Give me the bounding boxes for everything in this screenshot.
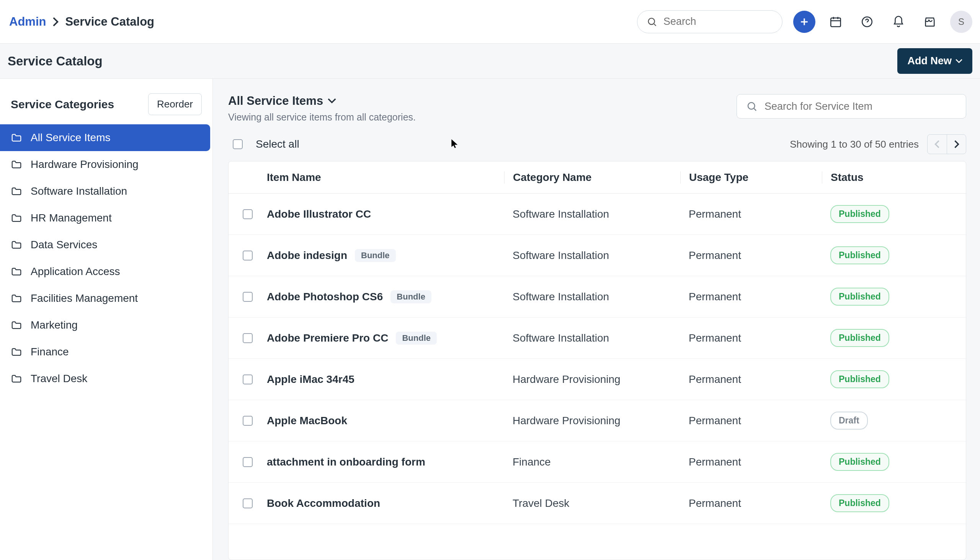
- item-name: Adobe Premiere Pro CC: [267, 332, 388, 344]
- col-header-usage[interactable]: Usage Type: [680, 172, 822, 183]
- select-all-checkbox[interactable]: [233, 139, 243, 149]
- item-name: Book Accommodation: [267, 497, 380, 510]
- item-name: Adobe Photoshop CS6: [267, 291, 383, 303]
- item-usage: Permanent: [680, 456, 822, 468]
- item-usage: Permanent: [680, 291, 822, 303]
- status-badge: Published: [830, 453, 889, 471]
- marketplace-icon[interactable]: [919, 11, 941, 33]
- status-badge: Published: [830, 288, 889, 306]
- entries-text: Showing 1 to 30 of 50 entries: [790, 138, 919, 150]
- folder-icon: [11, 319, 22, 331]
- table-row[interactable]: Adobe Photoshop CS6BundleSoftware Instal…: [229, 276, 966, 317]
- breadcrumb-admin[interactable]: Admin: [9, 15, 46, 29]
- search-icon: [746, 101, 758, 112]
- sidebar-item-label: Software Installation: [31, 185, 127, 197]
- table-header: Item Name Category Name Usage Type Statu…: [229, 162, 966, 193]
- row-checkbox[interactable]: [243, 375, 253, 385]
- sidebar-item[interactable]: Application Access: [0, 258, 212, 285]
- top-bar: Admin Service Catalog S: [0, 0, 980, 43]
- items-table: Item Name Category Name Usage Type Statu…: [228, 161, 966, 560]
- status-badge: Published: [830, 246, 889, 264]
- row-checkbox[interactable]: [243, 250, 253, 260]
- add-new-label: Add New: [907, 55, 952, 67]
- folder-icon: [11, 239, 22, 250]
- sidebar-item-label: All Service Items: [31, 132, 110, 144]
- status-badge: Published: [830, 370, 889, 388]
- user-avatar[interactable]: S: [950, 11, 972, 33]
- sidebar-item-label: Finance: [31, 346, 69, 358]
- global-search-input[interactable]: [664, 16, 773, 28]
- sidebar-heading: Service Categories: [11, 98, 114, 111]
- sidebar-item[interactable]: Software Installation: [0, 178, 212, 205]
- table-row[interactable]: Adobe Illustrator CCSoftware Installatio…: [229, 193, 966, 235]
- item-usage: Permanent: [680, 249, 822, 262]
- row-checkbox[interactable]: [243, 416, 253, 426]
- table-row[interactable]: Apple MacBookHardware ProvisioningPerman…: [229, 400, 966, 442]
- breadcrumb: Admin Service Catalog: [9, 15, 154, 29]
- folder-icon: [11, 266, 22, 277]
- svg-point-0: [649, 18, 655, 24]
- sidebar-item[interactable]: Marketing: [0, 312, 212, 338]
- svg-rect-1: [831, 18, 841, 27]
- sidebar-item[interactable]: All Service Items: [0, 124, 210, 151]
- table-row[interactable]: Adobe Premiere Pro CCBundleSoftware Inst…: [229, 317, 966, 359]
- item-category: Travel Desk: [504, 497, 680, 510]
- sidebar-item-label: Facilities Management: [31, 292, 138, 305]
- page-header: Service Catalog Add New: [0, 43, 980, 79]
- row-checkbox[interactable]: [243, 209, 253, 219]
- row-checkbox[interactable]: [243, 498, 253, 508]
- table-row[interactable]: Apple iMac 34r45Hardware ProvisioningPer…: [229, 359, 966, 400]
- breadcrumb-current: Service Catalog: [65, 15, 154, 29]
- items-filter-dropdown[interactable]: All Service Items: [228, 94, 416, 108]
- help-icon[interactable]: [856, 11, 878, 33]
- item-name: Adobe Illustrator CC: [267, 208, 371, 220]
- calendar-icon[interactable]: [824, 11, 847, 33]
- item-usage: Permanent: [680, 332, 822, 344]
- col-header-name[interactable]: Item Name: [267, 172, 504, 183]
- global-search[interactable]: [637, 10, 783, 33]
- item-category: Hardware Provisioning: [504, 373, 680, 385]
- sidebar-item[interactable]: Facilities Management: [0, 285, 212, 312]
- page-title: Service Catalog: [8, 54, 103, 68]
- item-name: Apple iMac 34r45: [267, 373, 355, 385]
- folder-icon: [11, 212, 22, 224]
- sidebar-item[interactable]: HR Management: [0, 205, 212, 232]
- select-all[interactable]: Select all: [228, 138, 299, 150]
- topbar-actions: S: [793, 11, 972, 33]
- item-category: Finance: [504, 456, 680, 468]
- item-name: attachment in onboarding form: [267, 456, 425, 468]
- sidebar-item[interactable]: Data Services: [0, 232, 212, 258]
- sidebar-item[interactable]: Hardware Provisioning: [0, 151, 212, 178]
- chevron-down-icon: [328, 98, 336, 104]
- item-category: Software Installation: [504, 249, 680, 262]
- notifications-icon[interactable]: [887, 11, 910, 33]
- folder-icon: [11, 132, 22, 143]
- reorder-button[interactable]: Reorder: [148, 93, 202, 115]
- create-button[interactable]: [793, 11, 815, 33]
- table-row[interactable]: Adobe indesignBundleSoftware Installatio…: [229, 235, 966, 276]
- col-header-status[interactable]: Status: [822, 172, 966, 183]
- bundle-badge: Bundle: [355, 249, 396, 262]
- row-checkbox[interactable]: [243, 292, 253, 302]
- svg-point-3: [748, 103, 755, 109]
- item-category: Hardware Provisioning: [504, 415, 680, 427]
- pager-next[interactable]: [947, 135, 966, 154]
- row-checkbox[interactable]: [243, 457, 253, 467]
- sidebar-item[interactable]: Travel Desk: [0, 365, 212, 392]
- item-category: Software Installation: [504, 291, 680, 303]
- pager-prev[interactable]: [928, 135, 947, 154]
- sidebar-item-label: Marketing: [31, 319, 78, 331]
- col-header-category[interactable]: Category Name: [504, 172, 680, 183]
- item-search-input[interactable]: [764, 101, 957, 112]
- folder-icon: [11, 373, 22, 385]
- add-new-button[interactable]: Add New: [897, 48, 972, 74]
- table-row[interactable]: attachment in onboarding formFinancePerm…: [229, 442, 966, 483]
- folder-icon: [11, 185, 22, 197]
- sidebar-item-label: Travel Desk: [31, 373, 87, 385]
- row-checkbox[interactable]: [243, 333, 253, 343]
- item-search[interactable]: [736, 94, 966, 118]
- sidebar-item[interactable]: Finance: [0, 338, 212, 365]
- table-row[interactable]: Book AccommodationTravel DeskPermanentPu…: [229, 483, 966, 524]
- chevron-right-icon: [52, 17, 59, 27]
- item-usage: Permanent: [680, 373, 822, 385]
